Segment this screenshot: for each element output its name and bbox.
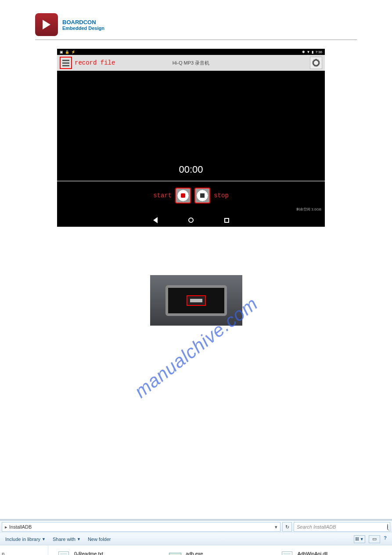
chevron-right-icon: ▸ (5, 524, 7, 530)
bolt-icon: ⚡ (71, 50, 76, 54)
new-folder-button[interactable]: New folder (88, 537, 111, 542)
battery-icon: ▮ (312, 50, 313, 54)
recorder-screenshot: ▣🔒⚡ ✱▼▮7:36 record file Hi-Q MP3 录音机 00:… (57, 49, 325, 227)
recorder-display: 00:00 (57, 71, 325, 181)
doc-header: BOARDCON Embedded Design (35, 13, 357, 40)
files-pane: 0-Readme.txtText Document103 bytesadb.ex… (48, 545, 392, 555)
explorer-toolbar: Include in library▼ Share with▼ New fold… (0, 533, 392, 545)
stop-label: stop (214, 192, 229, 199)
search-placeholder: Search InstallADB (294, 524, 336, 530)
clock-text: 7:36 (315, 50, 322, 54)
chevron-down-icon: ▼ (42, 537, 46, 541)
wifi-icon: ▼ (307, 50, 310, 54)
share-with-button[interactable]: Share with▼ (53, 537, 81, 542)
file-name: 0-Readme.txt (74, 551, 105, 555)
address-bar: ▸ InstallADB ▾ ↻ Search InstallADB (0, 521, 392, 533)
file-name: adb.exe (186, 551, 222, 555)
help-button[interactable]: ? (384, 535, 387, 543)
file-item[interactable]: 0-Readme.txtText Document103 bytes (55, 550, 162, 555)
stop-button[interactable] (194, 188, 210, 203)
explorer-sidebar: poadst Places ownloads nents es (0, 545, 48, 555)
brand-sub: Embedded Design (62, 25, 104, 31)
include-library-button[interactable]: Include in library▼ (5, 537, 46, 542)
record-button[interactable] (175, 188, 191, 203)
explorer-window: ▸ InstallADB ▾ ↻ Search InstallADB Inclu… (0, 519, 392, 555)
file-item[interactable]: adb.exe2019/10/23 15:09922 KB (167, 550, 273, 555)
alarm-icon: ▣ (60, 50, 63, 54)
app-bar: record file Hi-Q MP3 录音机 (57, 55, 325, 71)
brand-title: BOARDCON (62, 19, 104, 25)
breadcrumb-text: InstallADB (9, 524, 32, 530)
grid-icon (356, 537, 359, 540)
sidebar-item[interactable]: p (2, 550, 48, 555)
search-input[interactable]: Search InstallADB (294, 522, 390, 532)
android-statusbar: ▣🔒⚡ ✱▼▮7:36 (57, 49, 325, 55)
recents-icon[interactable] (224, 218, 229, 223)
gear-icon (313, 59, 320, 66)
refresh-icon: ↻ (285, 524, 289, 530)
file-name: AdbWinApi.dll (298, 551, 332, 555)
search-icon (387, 524, 388, 530)
start-label: start (153, 192, 172, 199)
file-item[interactable]: AdbWinApi.dll2.0.0.0Android ADB API (279, 550, 385, 555)
record-file-label: record file (75, 59, 115, 66)
timer-text: 00:00 (179, 164, 203, 175)
home-icon[interactable] (188, 218, 194, 223)
logo (35, 13, 58, 36)
storage-text: 剩余空间 3.0GB (57, 207, 325, 214)
refresh-button[interactable]: ↻ (282, 522, 292, 532)
android-navbar (57, 214, 325, 227)
bt-icon: ✱ (302, 50, 305, 54)
lock-icon: 🔒 (65, 50, 69, 54)
back-icon[interactable] (153, 217, 158, 223)
chevron-down-icon[interactable]: ▾ (275, 524, 277, 530)
view-options-button[interactable]: ▼ (354, 535, 365, 543)
app-title: Hi-Q MP3 录音机 (173, 60, 209, 66)
connector-highlight (187, 295, 206, 306)
menu-icon[interactable] (60, 57, 72, 69)
chevron-down-icon: ▼ (77, 537, 81, 541)
breadcrumb[interactable]: ▸ InstallADB ▾ (2, 522, 281, 532)
connector-photo (150, 275, 242, 326)
preview-pane-button[interactable]: ▭ (369, 535, 380, 543)
settings-button[interactable] (310, 57, 322, 69)
